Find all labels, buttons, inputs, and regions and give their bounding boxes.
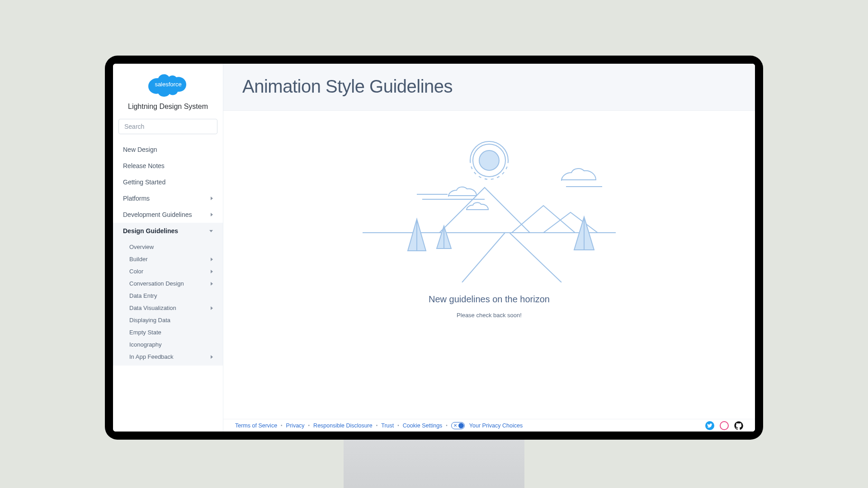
sidebar-item-release-notes[interactable]: Release Notes <box>113 158 223 174</box>
sub-item-displaying-data[interactable]: Displaying Data <box>113 314 223 326</box>
svg-line-8 <box>509 233 561 282</box>
page-title: Animation Style Guidelines <box>242 76 736 97</box>
privacy-toggle-icon: ✕ <box>451 422 465 429</box>
monitor-stand <box>344 438 524 488</box>
sidebar: salesforce Lightning Design System New D… <box>113 64 223 432</box>
sidebar-item-development-guidelines[interactable]: Development Guidelines <box>113 206 223 223</box>
sidebar-item-label: Getting Started <box>123 178 165 186</box>
footer-link-privacy-choices[interactable]: Your Privacy Choices <box>469 422 523 429</box>
brand-subtitle: Lightning Design System <box>118 103 218 111</box>
sidebar-item-label: Development Guidelines <box>123 211 192 218</box>
footer-link-privacy[interactable]: Privacy <box>286 422 305 429</box>
screen: salesforce Lightning Design System New D… <box>113 64 755 432</box>
sub-item-label: Data Visualization <box>129 305 176 311</box>
footer-link-disclosure[interactable]: Responsible Disclosure <box>313 422 373 429</box>
sub-item-overview[interactable]: Overview <box>113 241 223 253</box>
empty-state-title: New guidelines on the horizon <box>429 294 550 305</box>
footer: Terms of Service• Privacy• Responsible D… <box>223 419 755 432</box>
twitter-icon[interactable] <box>705 421 714 430</box>
horizon-illustration-icon <box>349 129 629 282</box>
chevron-right-icon <box>211 306 213 310</box>
separator-dot-icon: • <box>280 423 283 428</box>
salesforce-cloud-logo-icon: salesforce <box>147 70 189 100</box>
sub-item-label: Empty State <box>129 329 161 336</box>
chevron-right-icon <box>211 282 213 286</box>
sub-item-data-visualization[interactable]: Data Visualization <box>113 302 223 314</box>
page-header: Animation Style Guidelines <box>223 64 755 111</box>
chevron-down-icon <box>209 230 213 232</box>
sub-item-empty-state[interactable]: Empty State <box>113 326 223 338</box>
sidebar-item-label: Release Notes <box>123 162 165 169</box>
chevron-right-icon <box>211 355 213 359</box>
main-content: Animation Style Guidelines <box>223 64 755 432</box>
sub-item-builder[interactable]: Builder <box>113 253 223 265</box>
chevron-right-icon <box>211 197 213 200</box>
sub-item-data-entry[interactable]: Data Entry <box>113 290 223 302</box>
empty-state-subtitle: Please check back soon! <box>457 312 522 319</box>
footer-link-cookie[interactable]: Cookie Settings <box>403 422 443 429</box>
chevron-right-icon <box>211 213 213 216</box>
sidebar-sublist-design-guidelines: Overview Builder Color Conversation Desi… <box>113 239 223 366</box>
separator-dot-icon: • <box>445 423 448 428</box>
footer-link-terms[interactable]: Terms of Service <box>235 422 277 429</box>
footer-social <box>705 421 743 430</box>
sub-item-label: Color <box>129 268 143 275</box>
footer-link-trust[interactable]: Trust <box>381 422 394 429</box>
sidebar-item-new-design[interactable]: New Design <box>113 141 223 158</box>
chevron-right-icon <box>211 258 213 261</box>
svg-point-1 <box>479 150 499 170</box>
sub-item-label: Iconography <box>129 341 162 348</box>
sidebar-item-getting-started[interactable]: Getting Started <box>113 174 223 190</box>
search-wrap <box>113 114 223 139</box>
sidebar-item-label: Platforms <box>123 195 150 202</box>
sub-item-label: Data Entry <box>129 292 157 299</box>
sidebar-item-platforms[interactable]: Platforms <box>113 190 223 206</box>
separator-dot-icon: • <box>307 423 311 428</box>
sub-item-label: In App Feedback <box>129 353 174 360</box>
sub-item-label: Overview <box>129 244 154 250</box>
brand-block: salesforce Lightning Design System <box>113 64 223 114</box>
sidebar-item-label: Design Guidelines <box>123 227 178 235</box>
sidebar-item-label: New Design <box>123 146 157 153</box>
sub-item-label: Conversation Design <box>129 280 184 287</box>
svg-text:salesforce: salesforce <box>155 81 181 88</box>
sidebar-nav: New Design Release Notes Getting Started… <box>113 139 223 366</box>
svg-line-7 <box>462 233 505 282</box>
footer-links: Terms of Service• Privacy• Responsible D… <box>235 422 705 429</box>
sub-item-label: Builder <box>129 256 147 263</box>
sub-item-iconography[interactable]: Iconography <box>113 338 223 351</box>
sidebar-item-design-guidelines[interactable]: Design Guidelines <box>113 223 223 239</box>
sub-item-label: Displaying Data <box>129 317 170 324</box>
github-icon[interactable] <box>734 421 743 430</box>
empty-state: New guidelines on the horizon Please che… <box>223 111 755 432</box>
search-input[interactable] <box>118 119 217 134</box>
sub-item-conversation-design[interactable]: Conversation Design <box>113 277 223 290</box>
sub-item-color[interactable]: Color <box>113 265 223 277</box>
monitor-frame: salesforce Lightning Design System New D… <box>105 56 763 440</box>
dribbble-icon[interactable] <box>720 421 729 430</box>
separator-dot-icon: • <box>396 423 400 428</box>
sub-item-in-app-feedback[interactable]: In App Feedback <box>113 351 223 363</box>
chevron-right-icon <box>211 270 213 273</box>
separator-dot-icon: • <box>375 423 379 428</box>
